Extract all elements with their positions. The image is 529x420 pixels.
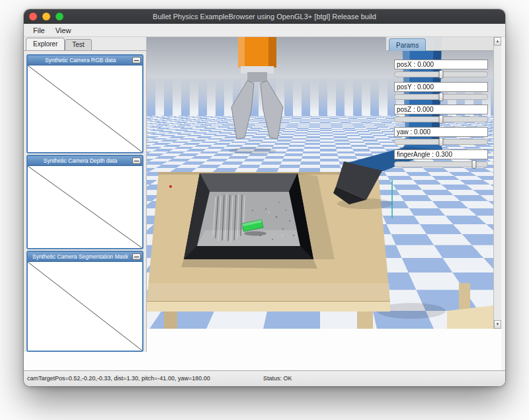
status-camera-info: camTargetPos=0.52,-0.20,-0.33, dist=1.30… [27,371,210,386]
zoom-button[interactable] [56,13,63,21]
diagonal-placeholder-line [28,166,142,248]
menu-bar: File View [24,24,505,37]
slider-posX-value-box[interactable]: posX : 0.000 [394,60,488,69]
menu-item-view[interactable]: View [50,25,77,36]
slider-posY-value-box[interactable]: posY : 0.000 [394,82,488,92]
orange-gripper-robot [229,37,283,154]
title-bar[interactable]: Bullet Physics ExampleBrowser using Open… [24,9,505,24]
params-tab-bar: Params [386,37,493,51]
status-bar: camTargetPos=0.52,-0.20,-0.33, dist=1.30… [24,370,505,386]
camera-panel-depth-view [28,166,142,248]
desktop-background: Bullet Physics ExampleBrowser using Open… [0,0,529,420]
app-window: Bullet Physics ExampleBrowser using Open… [24,9,505,386]
content-background [147,329,501,370]
camera-panel-rgb-view [28,65,142,152]
camera-panel-depth: Synthetic Camera Depth data [26,155,143,249]
tab-explorer[interactable]: Explorer [26,38,65,50]
diagonal-placeholder-line [28,262,142,351]
tab-test[interactable]: Test [65,39,91,50]
slider-posX-track[interactable] [394,71,488,77]
camera-panel-rgb-title: Synthetic Camera RGB data [28,56,142,65]
slider-yaw: yaw : 0.000 [394,127,488,149]
slider-posZ-value-box[interactable]: posZ : 0.000 [394,105,488,114]
slider-fingerAngle-track[interactable] [394,161,488,167]
slider-fingerAngle: fingerAngle : 0.300 [394,149,488,172]
panel-collapse-button[interactable] [132,57,141,63]
red-marker-dot [169,185,172,188]
slider-fingerAngle-handle[interactable] [472,160,477,169]
camera-panel-segmentation-view [28,262,142,351]
params-panel: posX : 0.000 posY : 0.000 posZ : 0.000 [394,60,488,172]
slider-yaw-value-box[interactable]: yaw : 0.000 [394,127,488,137]
camera-panel-rgb: Synthetic Camera RGB data [26,54,143,153]
scroll-down-button[interactable]: ▼ [494,320,501,329]
panel-collapse-button[interactable] [132,253,141,260]
debug-axis-line [391,180,393,218]
scroll-up-button[interactable]: ▲ [494,37,501,46]
window-controls [29,13,63,21]
tab-params[interactable]: Params [389,38,426,51]
slider-yaw-track[interactable] [394,139,488,145]
camera-panel-segmentation-title: Synthetic Camera Segmentation Mask [28,252,142,262]
slider-posY-track[interactable] [394,94,488,100]
menu-item-file[interactable]: File [28,25,50,36]
camera-panel-depth-title: Synthetic Camera Depth data [28,156,142,166]
slider-posZ-track[interactable] [394,116,488,122]
panel-collapse-button[interactable] [132,157,141,164]
slider-posY-handle[interactable] [439,93,444,101]
slider-posX-handle[interactable] [439,70,444,79]
slider-posZ: posZ : 0.000 [394,105,488,127]
up-arrow-icon: ▲ [496,39,500,43]
slider-fingerAngle-value-box[interactable]: fingerAngle : 0.300 [394,149,488,159]
slider-posX: posX : 0.000 [394,60,488,82]
slider-posY: posY : 0.000 [394,82,488,105]
minimize-button[interactable] [42,13,50,21]
left-sidebar: Explorer Test Synthetic Camera RGB data … [24,37,147,352]
vertical-scrollbar[interactable]: ▲ ▼ [493,37,501,329]
close-button[interactable] [29,13,37,21]
camera-panel-segmentation: Synthetic Camera Segmentation Mask [26,251,143,352]
down-arrow-icon: ▼ [496,322,500,326]
status-ok: Status: OK [263,371,292,386]
sidebar-background-bottom [24,352,147,370]
slider-yaw-handle[interactable] [439,138,444,146]
left-tab-bar: Explorer Test [24,37,146,51]
viewport-3d[interactable]: Params posX : 0.000 posY : 0.000 posZ : … [147,37,493,329]
window-title: Bullet Physics ExampleBrowser using Open… [153,13,376,21]
slider-posZ-handle[interactable] [439,115,444,124]
diagonal-placeholder-line [28,65,142,152]
